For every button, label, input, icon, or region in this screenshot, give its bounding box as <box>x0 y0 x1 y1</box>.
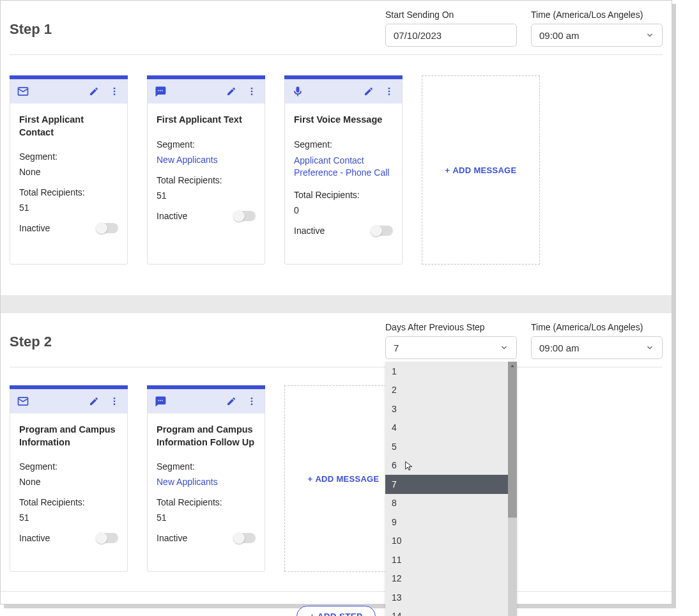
recipients-label: Total Recipients: <box>19 187 118 197</box>
dropdown-option[interactable]: 13 <box>385 588 508 607</box>
segment-label: Segment: <box>157 461 256 472</box>
step-1-section: Step 1 Start Sending On 07/10/2023 Time … <box>1 1 672 313</box>
kebab-menu-icon[interactable] <box>108 85 121 98</box>
email-icon <box>17 85 29 98</box>
days-after-value: 7 <box>394 343 399 353</box>
svg-point-1 <box>114 91 116 93</box>
add-step-button[interactable]: +ADD STEP <box>296 606 376 616</box>
step2-cards-row: Program and Campus Information Segment: … <box>10 385 663 572</box>
svg-point-2 <box>114 93 116 95</box>
edit-icon[interactable] <box>225 395 238 408</box>
status-text: Inactive <box>19 223 50 233</box>
svg-point-20 <box>251 401 253 403</box>
dropdown-option[interactable]: 9 <box>385 512 508 532</box>
add-message-button[interactable]: +ADD MESSAGE <box>422 75 540 265</box>
recipients-value: 51 <box>157 190 256 201</box>
edit-icon[interactable] <box>362 85 375 98</box>
svg-point-14 <box>114 401 116 403</box>
active-toggle[interactable] <box>234 533 256 543</box>
segment-value[interactable]: New Applicants <box>157 477 256 487</box>
segment-value[interactable]: Applicant Contact Preference - Phone Cal… <box>294 155 393 180</box>
svg-point-5 <box>162 90 163 91</box>
segment-value: None <box>19 167 118 177</box>
sms-icon <box>154 85 167 98</box>
start-sending-value: 07/10/2023 <box>394 30 442 41</box>
svg-point-15 <box>114 403 116 405</box>
message-card-sms: Program and Campus Information Follow Up… <box>147 385 265 572</box>
sms-icon <box>154 395 167 408</box>
svg-point-0 <box>114 88 116 89</box>
dropdown-option[interactable]: 11 <box>385 550 508 569</box>
svg-point-18 <box>162 400 163 401</box>
dropdown-option[interactable]: 1 <box>385 362 508 381</box>
mic-icon <box>291 85 304 98</box>
dropdown-option[interactable]: 4 <box>385 419 508 438</box>
svg-point-10 <box>388 91 390 93</box>
days-after-label: Days After Previous Step <box>385 322 517 332</box>
chevron-down-icon <box>500 343 509 352</box>
scroll-up-arrow[interactable] <box>508 362 517 371</box>
dropdown-option[interactable]: 2 <box>385 381 508 400</box>
active-toggle[interactable] <box>96 533 118 543</box>
step1-time-value: 09:00 am <box>539 30 580 41</box>
card-title: Program and Campus Information Follow Up <box>157 424 256 449</box>
kebab-menu-icon[interactable] <box>245 395 258 408</box>
kebab-menu-icon[interactable] <box>245 85 258 98</box>
segment-label: Segment: <box>19 151 118 162</box>
step1-time-label: Time (America/Los Angeles) <box>531 10 663 20</box>
step2-time-label: Time (America/Los Angeles) <box>531 322 663 332</box>
scroll-thumb[interactable] <box>508 371 517 518</box>
svg-point-8 <box>251 93 253 95</box>
step2-time-value: 09:00 am <box>539 343 580 353</box>
card-title: First Applicant Text <box>157 114 256 127</box>
step2-time-select[interactable]: 09:00 am <box>531 336 663 359</box>
dropdown-option[interactable]: 14 <box>385 607 508 617</box>
days-after-dropdown: 123456789101112131415 <box>385 362 517 616</box>
segment-value: None <box>19 477 118 487</box>
segment-value[interactable]: New Applicants <box>157 155 256 165</box>
dropdown-option[interactable]: 12 <box>385 569 508 589</box>
scroll-track[interactable] <box>508 371 517 616</box>
svg-point-4 <box>160 90 161 91</box>
svg-point-13 <box>114 397 116 399</box>
step-2-title: Step 2 <box>10 322 52 350</box>
chevron-down-icon <box>645 343 654 352</box>
start-sending-input[interactable]: 07/10/2023 <box>385 24 517 47</box>
dropdown-option[interactable]: 3 <box>385 399 508 419</box>
message-card-email: First Applicant Contact Segment: None To… <box>10 75 128 265</box>
svg-point-16 <box>158 400 159 401</box>
segment-label: Segment: <box>19 461 118 472</box>
svg-point-3 <box>158 90 159 91</box>
dropdown-option[interactable]: 7 <box>385 475 508 494</box>
svg-point-6 <box>251 88 253 89</box>
dropdown-list: 123456789101112131415 <box>385 362 508 616</box>
dropdown-option[interactable]: 8 <box>385 494 508 513</box>
step-2-section: Step 2 Days After Previous Step 7 123456… <box>1 313 672 616</box>
start-sending-label: Start Sending On <box>385 10 517 20</box>
kebab-menu-icon[interactable] <box>108 395 121 408</box>
kebab-menu-icon[interactable] <box>383 85 396 98</box>
dropdown-option[interactable]: 6 <box>385 456 508 475</box>
dropdown-option[interactable]: 5 <box>385 437 508 456</box>
recipients-value: 51 <box>157 512 256 523</box>
svg-point-19 <box>251 397 253 399</box>
add-message-label: ADD MESSAGE <box>315 474 379 484</box>
status-text: Inactive <box>157 211 187 221</box>
active-toggle[interactable] <box>371 226 393 236</box>
svg-point-11 <box>388 93 390 95</box>
active-toggle[interactable] <box>96 223 118 233</box>
edit-icon[interactable] <box>225 85 238 98</box>
step1-time-select[interactable]: 09:00 am <box>531 24 663 47</box>
active-toggle[interactable] <box>234 211 256 221</box>
card-title: First Voice Message <box>294 114 393 127</box>
message-card-sms: First Applicant Text Segment: New Applic… <box>147 75 265 265</box>
svg-marker-12 <box>511 365 514 367</box>
dropdown-scrollbar[interactable] <box>508 362 517 616</box>
edit-icon[interactable] <box>88 395 100 408</box>
email-icon <box>17 395 29 408</box>
edit-icon[interactable] <box>88 85 100 98</box>
dropdown-option[interactable]: 10 <box>385 532 508 551</box>
message-card-voice: First Voice Message Segment: Applicant C… <box>284 75 403 265</box>
message-card-email: Program and Campus Information Segment: … <box>10 385 128 572</box>
days-after-select[interactable]: 7 <box>385 336 517 359</box>
